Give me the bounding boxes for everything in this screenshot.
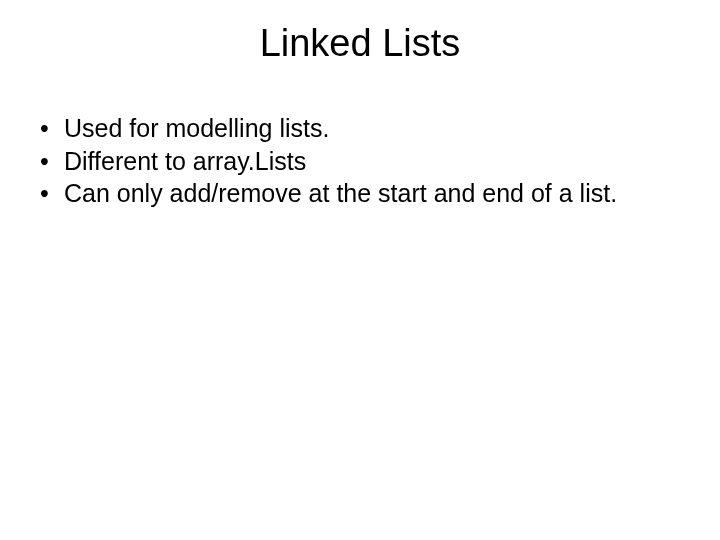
list-item: Used for modelling lists. [28,113,692,144]
list-item: Different to array.Lists [28,146,692,177]
bullet-list: Used for modelling lists. Different to a… [28,113,692,209]
list-item: Can only add/remove at the start and end… [28,178,692,209]
slide: Linked Lists Used for modelling lists. D… [0,0,720,540]
slide-title: Linked Lists [0,0,720,75]
slide-body: Used for modelling lists. Different to a… [0,75,720,209]
